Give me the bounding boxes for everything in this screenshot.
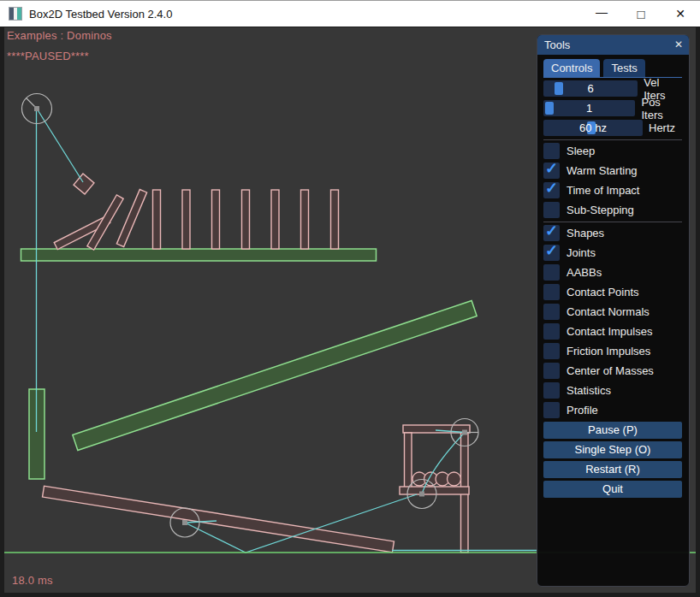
newton-cradle-frame[interactable] [400, 425, 470, 553]
checkbox-row-profile[interactable]: Profile [543, 402, 682, 418]
vel-iters-slider[interactable]: 6 [543, 80, 638, 97]
pos-iters-label: Pos Iters [641, 96, 682, 121]
checkbox-row-aabbs[interactable]: AABBs [543, 264, 682, 281]
tab-tests[interactable]: Tests [603, 59, 644, 77]
paused-label: ****PAUSED**** [7, 50, 89, 62]
frame-time-label: 18.0 ms [12, 574, 53, 587]
checkbox-row-joints[interactable]: Joints [543, 245, 682, 261]
example-label: Examples : Dominos [7, 29, 112, 42]
checkbox[interactable] [543, 363, 560, 379]
maximize-button[interactable]: □ [621, 1, 661, 27]
checkbox[interactable] [543, 402, 560, 418]
close-button[interactable]: ✕ [661, 1, 700, 27]
checkbox-row-sleep[interactable]: Sleep [543, 143, 682, 159]
checkbox[interactable] [543, 143, 560, 159]
tools-panel-title: Tools [544, 38, 570, 51]
checkbox-row-sub-stepping[interactable]: Sub-Stepping [543, 202, 682, 218]
hertz-label: Hertz [649, 121, 675, 134]
checkbox[interactable] [543, 245, 560, 261]
checkbox-row-statistics[interactable]: Statistics [543, 382, 682, 399]
window-titlebar[interactable]: Box2D Testbed Version 2.4.0 — □ ✕ [0, 0, 700, 27]
checkbox-row-center-of-masses[interactable]: Center of Masses [543, 363, 682, 379]
checkbox[interactable] [543, 163, 560, 179]
minimize-button[interactable]: — [582, 1, 621, 27]
checkbox[interactable] [543, 182, 560, 198]
restart-button[interactable]: Restart (R) [543, 461, 682, 478]
checkbox[interactable] [543, 343, 560, 359]
window-title: Box2D Testbed Version 2.4.0 [29, 8, 172, 21]
vel-iters-value: 6 [543, 80, 638, 97]
app-icon [9, 7, 22, 21]
pos-iters-value: 1 [543, 100, 635, 116]
tools-panel: Tools ✕ Controls Tests 6 Vel Iters 1 [537, 34, 690, 587]
hertz-slider[interactable]: 60 hz [543, 120, 643, 136]
checkbox-row-warm-starting[interactable]: Warm Starting [543, 163, 682, 179]
tools-panel-close-icon[interactable]: ✕ [674, 35, 683, 55]
cradle-balls[interactable] [412, 472, 461, 486]
hertz-value: 60 hz [543, 120, 643, 136]
caption-buttons: — □ ✕ [582, 1, 700, 27]
bottom-plank[interactable] [43, 486, 394, 553]
checkbox-row-friction-impulses[interactable]: Friction Impulses [543, 343, 682, 359]
checkbox[interactable] [543, 323, 560, 340]
checkbox-row-contact-normals[interactable]: Contact Normals [543, 304, 682, 320]
quit-button[interactable]: Quit [543, 481, 682, 498]
checkbox[interactable] [543, 284, 560, 300]
checkbox[interactable] [543, 225, 560, 241]
domino-shelf [21, 249, 377, 261]
checkbox[interactable] [543, 382, 560, 399]
pos-iters-slider[interactable]: 1 [543, 100, 635, 116]
checkbox-row-time-of-impact[interactable]: Time of Impact [543, 182, 682, 198]
standing-dominoes[interactable] [153, 190, 339, 249]
pendulum-box[interactable] [74, 174, 94, 194]
checkbox-row-contact-impulses[interactable]: Contact Impulses [543, 323, 682, 340]
tools-panel-titlebar[interactable]: Tools ✕ [537, 35, 689, 55]
single-step-button[interactable]: Single Step (O) [543, 441, 682, 458]
checkbox[interactable] [543, 202, 560, 218]
checkbox[interactable] [543, 304, 560, 320]
checkbox-row-shapes[interactable]: Shapes [543, 225, 682, 241]
checkbox[interactable] [543, 264, 560, 281]
pause-button[interactable]: Pause (P) [543, 422, 682, 439]
tab-controls[interactable]: Controls [543, 59, 600, 77]
separator [543, 222, 682, 222]
fallen-dominoes[interactable] [54, 189, 146, 250]
separator [543, 139, 682, 140]
checkbox-row-contact-points[interactable]: Contact Points [543, 284, 682, 300]
app-window: Box2D Testbed Version 2.4.0 — □ ✕ [0, 0, 700, 597]
